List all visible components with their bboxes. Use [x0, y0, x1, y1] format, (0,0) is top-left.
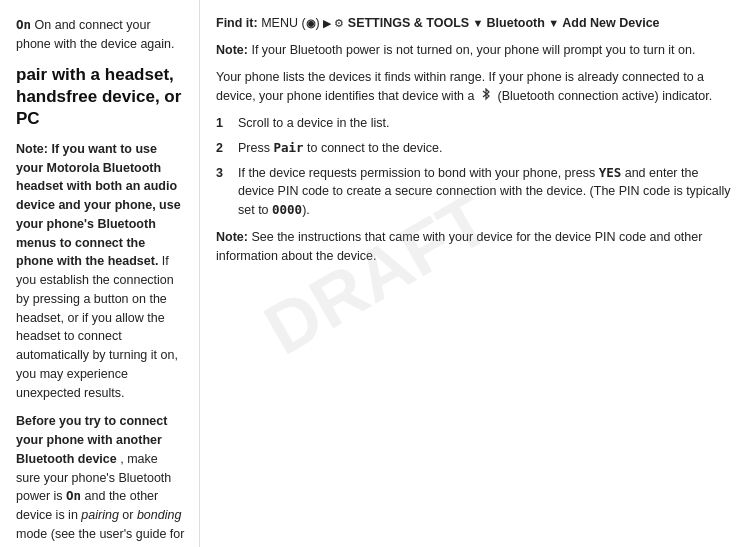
bluetooth-connection-icon [480, 88, 492, 102]
find-arrow1: ▶ [323, 17, 334, 29]
step-2-text: Press Pair to connect to the device. [238, 139, 443, 158]
find-label: Find it: [216, 16, 258, 30]
find-settings: SETTINGS & TOOLS [348, 16, 469, 30]
find-arrow2: ▼ [473, 17, 487, 29]
intro-text: On and connect your phone with the devic… [16, 18, 174, 51]
right-body: Note: If your Bluetooth power is not tur… [216, 41, 737, 274]
settings-icon: ⚙ [334, 17, 344, 29]
step-1-num: 1 [216, 114, 230, 133]
on-code: On [16, 17, 31, 32]
intro-paragraph: On On and connect your phone with the de… [16, 16, 185, 54]
find-add: Add New Device [562, 16, 659, 30]
steps-list: 1 Scroll to a device in the list. 2 Pres… [216, 114, 737, 220]
find-bluetooth: Bluetooth [487, 16, 545, 30]
note1-rest-text: If you establish the connection by press… [16, 254, 178, 399]
step-3: 3 If the device requests permission to b… [216, 164, 737, 220]
step-1-text: Scroll to a device in the list. [238, 114, 389, 133]
menu-dot-icon: ◉ [306, 17, 316, 29]
step-2: 2 Press Pair to connect to the device. [216, 139, 737, 158]
step-3-num: 3 [216, 164, 230, 220]
note1-paragraph: Note: If you want to use your Motorola B… [16, 140, 185, 547]
note2-text: If your Bluetooth power is not turned on… [251, 43, 695, 57]
left-content: On On and connect your phone with the de… [16, 16, 185, 547]
para3-text: Your phone lists the devices it finds wi… [216, 68, 737, 107]
left-column: On On and connect your phone with the de… [0, 0, 200, 547]
note1-label: Note: [16, 142, 48, 156]
step-3-text: If the device requests permission to bon… [238, 164, 737, 220]
step-1: 1 Scroll to a device in the list. [216, 114, 737, 133]
find-it-line: Find it: MENU (◉) ▶ ⚙ SETTINGS & TOOLS ▼… [216, 14, 737, 33]
section-heading: pair with a headset, handsfree device, o… [16, 64, 185, 130]
find-paren-close: ) [316, 16, 320, 30]
note3-label: Note: [216, 230, 248, 244]
note2-label: Note: [216, 43, 248, 57]
find-arrow3: ▼ [548, 17, 562, 29]
para2-rest: , make sure your phone's Bluetooth power… [16, 452, 184, 547]
step-2-num: 2 [216, 139, 230, 158]
note1-bold-text: If you want to use your Motorola Bluetoo… [16, 142, 181, 269]
note3-text: See the instructions that came with your… [216, 230, 702, 263]
find-menu: MENU ( [261, 16, 305, 30]
right-column: Find it: MENU (◉) ▶ ⚙ SETTINGS & TOOLS ▼… [200, 0, 753, 547]
